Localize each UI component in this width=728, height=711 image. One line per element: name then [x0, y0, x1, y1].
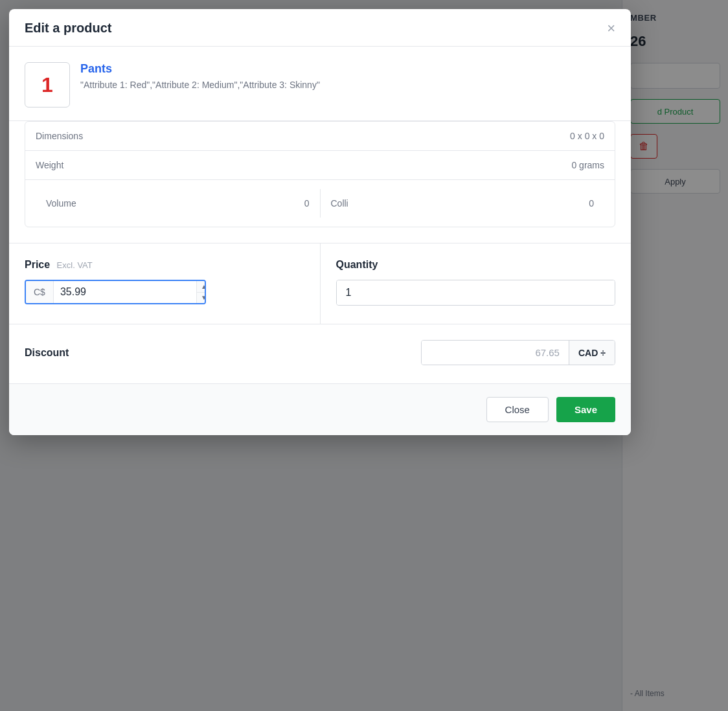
product-quantity-badge: 1 — [25, 62, 70, 107]
colli-label: Colli — [331, 198, 589, 209]
dimensions-table: Dimensions 0 x 0 x 0 Weight 0 grams Volu… — [25, 121, 615, 227]
price-qty-section: Price Excl. VAT C$ ▲ ▼ Quantity — [9, 243, 631, 324]
price-increment-btn[interactable]: ▲ — [197, 281, 206, 293]
modal-header: Edit a product × — [9, 9, 631, 47]
quantity-input[interactable] — [337, 280, 615, 305]
discount-value-input[interactable] — [422, 341, 569, 365]
modal-footer: Close Save — [9, 384, 631, 435]
dimensions-label: Dimensions — [36, 131, 570, 141]
price-label: Price — [25, 259, 50, 271]
weight-row: Weight 0 grams — [25, 151, 615, 180]
weight-label: Weight — [36, 160, 571, 170]
volume-colli-row: Volume 0 Colli 0 — [25, 180, 615, 227]
price-currency-prefix: C$ — [26, 281, 54, 303]
close-button[interactable]: Close — [486, 397, 549, 422]
dimensions-value: 0 x 0 x 0 — [570, 131, 604, 141]
quantity-label: Quantity — [336, 259, 378, 271]
discount-currency-icon: ÷ — [600, 348, 606, 358]
price-section: Price Excl. VAT C$ ▲ ▼ — [9, 243, 321, 324]
price-input[interactable] — [54, 281, 196, 303]
modal-title: Edit a product — [25, 21, 111, 36]
discount-currency-selector[interactable]: CAD ÷ — [569, 341, 615, 365]
price-input-wrapper: C$ ▲ ▼ — [25, 280, 206, 304]
modal-close-button[interactable]: × — [607, 21, 615, 36]
save-button[interactable]: Save — [556, 397, 615, 422]
discount-input-wrapper: CAD ÷ — [421, 340, 615, 365]
price-stepper: ▲ ▼ — [196, 281, 206, 303]
product-name: Pants — [80, 62, 615, 76]
price-decrement-btn[interactable]: ▼ — [197, 293, 206, 304]
colli-value: 0 — [589, 198, 594, 209]
weight-value: 0 grams — [571, 160, 604, 170]
discount-currency-label: CAD — [578, 348, 598, 358]
dimensions-row: Dimensions 0 x 0 x 0 — [25, 122, 615, 151]
volume-label: Volume — [46, 198, 304, 209]
product-details: Pants "Attribute 1: Red","Attribute 2: M… — [80, 62, 615, 90]
colli-half: Colli 0 — [321, 189, 605, 218]
quantity-input-wrapper — [336, 280, 616, 306]
quantity-section: Quantity — [321, 243, 631, 324]
price-label-row: Price Excl. VAT — [25, 259, 304, 273]
quantity-label-row: Quantity — [336, 259, 616, 273]
volume-value: 0 — [304, 198, 310, 209]
edit-product-modal: Edit a product × 1 Pants "Attribute 1: R… — [9, 9, 631, 435]
discount-section: Discount CAD ÷ — [9, 324, 631, 384]
volume-half: Volume 0 — [36, 189, 321, 218]
product-attributes: "Attribute 1: Red","Attribute 2: Medium"… — [80, 80, 615, 90]
price-sublabel: Excl. VAT — [57, 260, 93, 270]
product-info-section: 1 Pants "Attribute 1: Red","Attribute 2:… — [9, 47, 631, 121]
discount-label: Discount — [25, 347, 421, 359]
